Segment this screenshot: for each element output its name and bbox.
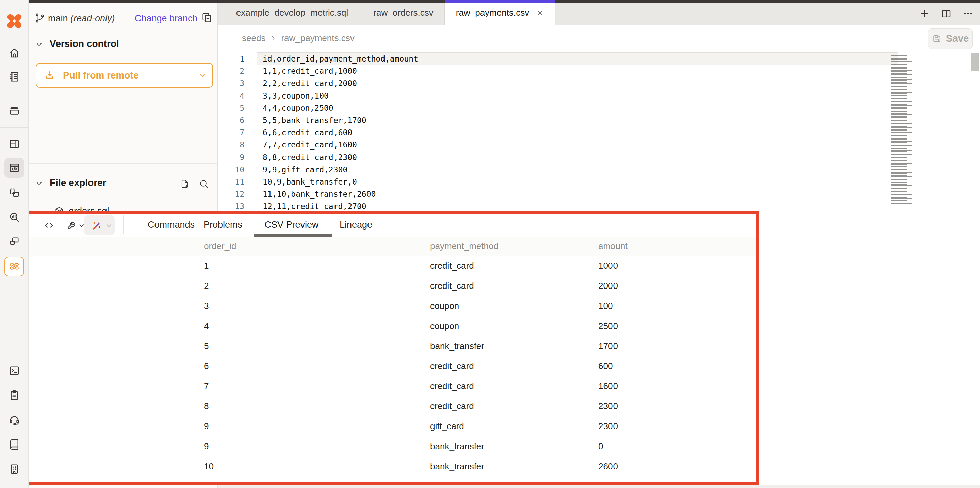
- csv-preview-row: 55bank_transfer1700: [8, 336, 756, 356]
- editor-scrollbar-thumb[interactable]: [971, 53, 979, 71]
- csv-cell: 2300: [595, 421, 756, 432]
- csv-cell: 2600: [595, 461, 756, 472]
- pull-from-remote-main[interactable]: Pull from remote: [37, 63, 192, 87]
- line-text: 10,9,bank_transfer,0: [263, 177, 357, 186]
- editor-tab-raw-payments-csv[interactable]: raw_payments.csv: [445, 0, 555, 25]
- breadcrumb-file: raw_payments.csv: [281, 33, 354, 43]
- panel-tab-commands[interactable]: Commands: [148, 220, 195, 230]
- new-tab-plus-icon[interactable]: [919, 8, 930, 21]
- archive-box-icon[interactable]: [5, 101, 24, 120]
- line-text: 3,3,coupon,100: [263, 92, 329, 100]
- code-line-10[interactable]: 109,9,gift_card,2300: [218, 163, 898, 176]
- pull-from-remote-button[interactable]: Pull from remote: [36, 63, 213, 88]
- dashboard-grid-icon[interactable]: [5, 134, 24, 154]
- csv-preview-row: 22credit_card2000: [8, 276, 756, 296]
- csv-column-header-id: id: [8, 241, 200, 252]
- code-line-12[interactable]: 1211,10,bank_transfer,2600: [218, 188, 898, 200]
- line-text: 9,9,gift_card,2300: [263, 165, 347, 174]
- csv-cell: 9: [200, 441, 427, 452]
- new-file-icon[interactable]: [180, 179, 190, 190]
- csv-preview-row: 33coupon100: [8, 296, 756, 316]
- csv-cell: 10: [8, 441, 200, 452]
- line-number: 7: [218, 128, 244, 137]
- split-editor-icon[interactable]: [940, 8, 952, 21]
- building-icon[interactable]: [5, 459, 24, 479]
- wrench-dropdown-chevron-icon[interactable]: [78, 222, 86, 230]
- clipboard-icon[interactable]: [5, 385, 24, 405]
- more-options-icon[interactable]: [962, 8, 974, 21]
- line-number: 5: [218, 104, 244, 112]
- line-number: 8: [218, 140, 244, 149]
- csv-column-header-amount: amount: [595, 241, 756, 252]
- wrench-icon[interactable]: [66, 219, 79, 232]
- close-icon[interactable]: [535, 8, 544, 17]
- code-icon[interactable]: [43, 219, 56, 232]
- code-line-1[interactable]: 1id,order_id,payment_method,amount: [218, 53, 898, 65]
- code-editor-icon[interactable]: [5, 158, 24, 178]
- breadcrumb-folder[interactable]: seeds: [242, 33, 266, 43]
- dbt-logo-icon[interactable]: [5, 12, 23, 30]
- editor-tab-example-develop-metric-sql[interactable]: example_develop_metric.sql: [223, 0, 363, 25]
- code-line-5[interactable]: 54,4,coupon,2500: [218, 102, 898, 114]
- magic-wand-dropdown-chevron-icon[interactable]: [105, 222, 113, 230]
- csv-cell: 2: [8, 281, 200, 291]
- code-line-3[interactable]: 32,2,credit_card,2000: [218, 77, 898, 89]
- file-explorer-title: File explorer: [50, 177, 107, 188]
- csv-preview-row: 11credit_card1000: [8, 256, 756, 276]
- csv-cell: gift_card: [427, 421, 595, 432]
- magic-wand-icon[interactable]: [90, 219, 103, 232]
- panel-tab-problems[interactable]: Problems: [204, 220, 242, 230]
- csv-cell: 4: [200, 321, 427, 331]
- editor-tab-raw-orders-csv[interactable]: raw_orders.csv: [363, 0, 445, 25]
- csv-cell: bank_transfer: [427, 341, 595, 352]
- copy-branch-icon[interactable]: [201, 11, 213, 24]
- atom-icon[interactable]: [5, 257, 24, 276]
- headset-icon[interactable]: [5, 410, 24, 430]
- csv-cell: 10: [200, 461, 427, 472]
- terminal-icon[interactable]: [5, 361, 24, 380]
- panel-tab-lineage[interactable]: Lineage: [340, 220, 372, 230]
- code-line-7[interactable]: 76,6,credit_card,600: [218, 127, 898, 139]
- code-line-6[interactable]: 65,5,bank_transfer,1700: [218, 114, 898, 127]
- search-files-icon[interactable]: [199, 179, 209, 190]
- chevron-down-icon: [35, 40, 43, 49]
- bottom-panel-highlighted: CommandsProblemsCSV PreviewLineage idord…: [4, 211, 759, 485]
- line-text: 7,7,credit_card,1600: [263, 140, 357, 149]
- csv-preview-row: 99gift_card2300: [8, 416, 756, 436]
- book-icon[interactable]: [5, 435, 24, 454]
- csv-cell: 11: [8, 461, 200, 472]
- code-line-9[interactable]: 98,8,credit_card,2300: [218, 151, 898, 163]
- branch-name: main (read-only): [48, 13, 115, 24]
- line-number: 13: [218, 202, 244, 211]
- change-branch-link[interactable]: Change branch: [135, 13, 198, 24]
- csv-cell: 2000: [595, 281, 756, 291]
- version-control-header[interactable]: Version control: [29, 37, 218, 52]
- windows-icon[interactable]: [5, 232, 24, 252]
- code-line-2[interactable]: 21,1,credit_card,1000: [218, 65, 898, 77]
- editor-tab-bar: example_develop_metric.sqlraw_orders.csv…: [218, 0, 980, 25]
- editor-minimap[interactable]: [891, 54, 912, 206]
- divider: [0, 40, 29, 40]
- line-number: 11: [218, 177, 244, 186]
- home-icon[interactable]: [5, 43, 24, 63]
- code-line-11[interactable]: 1110,9,bank_transfer,0: [218, 176, 898, 188]
- save-button[interactable]: Save: [928, 28, 972, 49]
- csv-cell: 5: [200, 341, 427, 352]
- pull-options-dropdown[interactable]: [192, 63, 212, 87]
- search-analytics-icon[interactable]: [5, 207, 24, 227]
- csv-cell: 5: [8, 341, 200, 352]
- csv-cell: credit_card: [427, 281, 595, 291]
- line-number: 10: [218, 165, 244, 174]
- breadcrumb-row: seeds raw_payments.csv Save: [218, 25, 980, 51]
- code-line-8[interactable]: 87,7,credit_card,1600: [218, 139, 898, 151]
- code-line-4[interactable]: 43,3,coupon,100: [218, 90, 898, 102]
- csv-preview-row: 109bank_transfer0: [8, 436, 756, 456]
- panel-tab-csv-preview[interactable]: CSV Preview: [264, 220, 318, 230]
- csv-cell: 2300: [595, 401, 756, 412]
- csv-cell: credit_card: [427, 401, 595, 412]
- csv-cell: 8: [8, 401, 200, 412]
- notebook-icon[interactable]: [5, 67, 24, 87]
- line-text: 12,11,credit_card,2700: [263, 202, 366, 211]
- copy-frame-icon[interactable]: [5, 183, 24, 203]
- csv-cell: 1600: [595, 381, 756, 391]
